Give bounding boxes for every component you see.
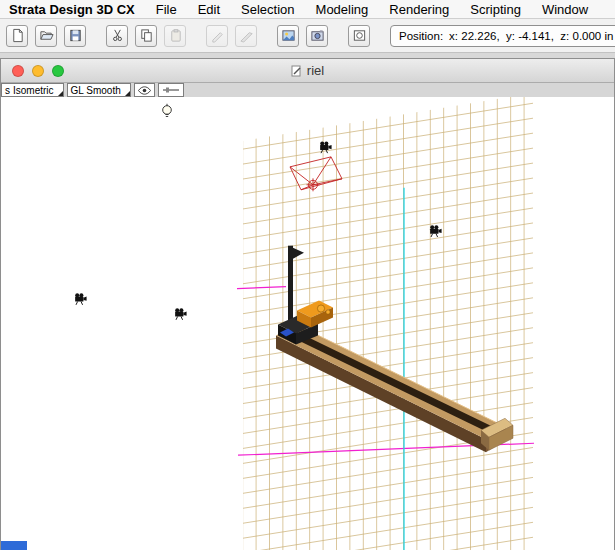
render-button[interactable] — [277, 25, 299, 47]
save-button[interactable] — [64, 25, 86, 47]
draw-button-group — [206, 25, 264, 47]
document-window: riel s Isometric GL Smooth — [0, 58, 615, 550]
menu-rendering[interactable]: Rendering — [389, 2, 449, 17]
viewport-canvas[interactable] — [1, 97, 614, 550]
edit-button-group — [106, 25, 193, 47]
copy-button[interactable] — [135, 25, 157, 47]
bottom-left-indicator — [1, 541, 27, 550]
paste-button[interactable] — [164, 25, 186, 47]
title-bar: riel — [1, 59, 614, 83]
snapshot-button-group — [348, 25, 377, 47]
camera-icon[interactable] — [75, 293, 86, 305]
window-title: riel — [1, 59, 614, 82]
scene-canvas[interactable] — [1, 97, 614, 550]
new-document-icon — [10, 28, 25, 43]
cut-button[interactable] — [106, 25, 128, 47]
menu-bar: Strata Design 3D CX File Edit Selection … — [0, 0, 615, 19]
app-menu[interactable]: Strata Design 3D CX — [9, 2, 135, 17]
open-folder-icon — [39, 28, 54, 43]
shading-label: GL Smooth — [71, 85, 121, 96]
copy-pages-icon — [139, 28, 154, 43]
snapshot-button[interactable] — [348, 25, 370, 47]
detail-slider[interactable] — [158, 83, 184, 97]
position-label: Position: — [399, 30, 443, 42]
marker-icon — [239, 28, 254, 43]
pen-tool-button[interactable] — [206, 25, 228, 47]
visibility-toggle[interactable] — [134, 83, 155, 97]
snapshot-frame-icon — [352, 28, 367, 43]
menu-modeling[interactable]: Modeling — [316, 2, 369, 17]
save-floppy-icon — [68, 28, 83, 43]
shading-dropdown[interactable]: GL Smooth — [67, 83, 131, 97]
position-value: x: 22.226, y: -4.141, z: 0.000 in — [449, 30, 613, 42]
view-mode-dropdown[interactable]: s Isometric — [1, 83, 64, 97]
popup-corner-icon — [58, 91, 63, 96]
view-label-fragment: s — [5, 85, 10, 96]
render-button-group — [277, 25, 335, 47]
render-preview-button[interactable] — [306, 25, 328, 47]
file-button-group — [6, 25, 93, 47]
toolbar: Position: x: 22.226, y: -4.141, z: 0.000… — [0, 19, 615, 53]
eye-icon — [138, 86, 151, 95]
viewport-control-strip: s Isometric GL Smooth — [1, 83, 614, 97]
window-title-text: riel — [307, 63, 324, 78]
camera-icon[interactable] — [175, 308, 186, 320]
position-field[interactable]: Position: x: 22.226, y: -4.141, z: 0.000… — [390, 25, 615, 47]
open-button[interactable] — [35, 25, 57, 47]
menu-file[interactable]: File — [156, 2, 177, 17]
new-document-button[interactable] — [6, 25, 28, 47]
point-light-icon[interactable] — [163, 104, 172, 117]
render-preview-icon — [310, 28, 325, 43]
menu-window[interactable]: Window — [542, 2, 588, 17]
view-mode-label: Isometric — [13, 85, 54, 96]
slider-icon — [162, 86, 180, 94]
screen: Strata Design 3D CX File Edit Selection … — [0, 0, 615, 550]
menu-scripting[interactable]: Scripting — [470, 2, 521, 17]
menu-edit[interactable]: Edit — [198, 2, 220, 17]
scissors-icon — [110, 28, 125, 43]
render-image-icon — [281, 28, 296, 43]
pen-icon — [210, 28, 225, 43]
document-proxy-icon — [291, 65, 302, 77]
paste-clipboard-icon — [168, 28, 183, 43]
popup-corner-icon — [125, 91, 130, 96]
marker-tool-button[interactable] — [235, 25, 257, 47]
menu-selection[interactable]: Selection — [241, 2, 294, 17]
